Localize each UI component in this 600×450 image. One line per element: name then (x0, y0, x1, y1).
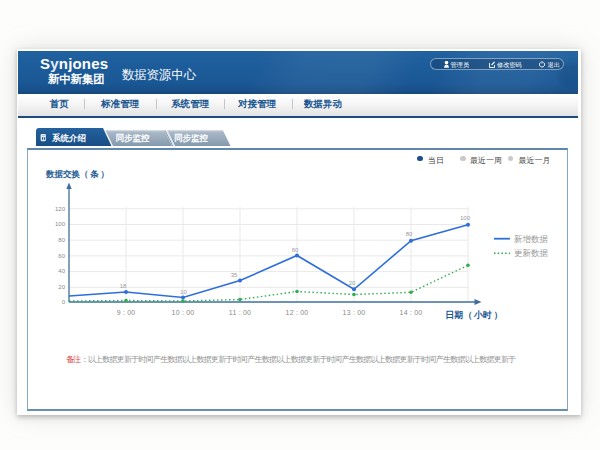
svg-text:更新数据: 更新数据 (514, 248, 549, 258)
svg-text:13 : 00: 13 : 00 (343, 309, 366, 316)
svg-text:60: 60 (292, 247, 299, 253)
svg-text:18: 18 (120, 283, 127, 289)
svg-text:80: 80 (406, 231, 413, 237)
svg-text:系统介绍: 系统介绍 (51, 133, 87, 143)
svg-text:80: 80 (58, 237, 65, 243)
svg-text:35: 35 (231, 272, 238, 278)
svg-text:40: 40 (58, 268, 65, 274)
svg-text:日期（ 小时 ）: 日期（ 小时 ） (445, 310, 503, 320)
svg-text:0: 0 (62, 299, 66, 305)
svg-text:9 : 00: 9 : 00 (117, 309, 136, 316)
svg-text:120: 120 (55, 206, 66, 212)
svg-text:60: 60 (58, 253, 65, 259)
svg-text:同步监控: 同步监控 (116, 133, 151, 143)
svg-text:20: 20 (349, 280, 356, 286)
svg-text:12 : 00: 12 : 00 (286, 309, 309, 316)
svg-text:10: 10 (180, 289, 187, 295)
svg-text:100: 100 (55, 221, 66, 227)
svg-text:11 : 00: 11 : 00 (229, 309, 251, 316)
svg-text:同步监控: 同步监控 (174, 133, 209, 143)
svg-text:14 : 00: 14 : 00 (400, 309, 423, 316)
svg-text:新增数据: 新增数据 (514, 234, 549, 244)
svg-text:20: 20 (58, 284, 65, 290)
svg-text:10 : 00: 10 : 00 (172, 309, 195, 316)
svg-text:100: 100 (460, 215, 471, 221)
